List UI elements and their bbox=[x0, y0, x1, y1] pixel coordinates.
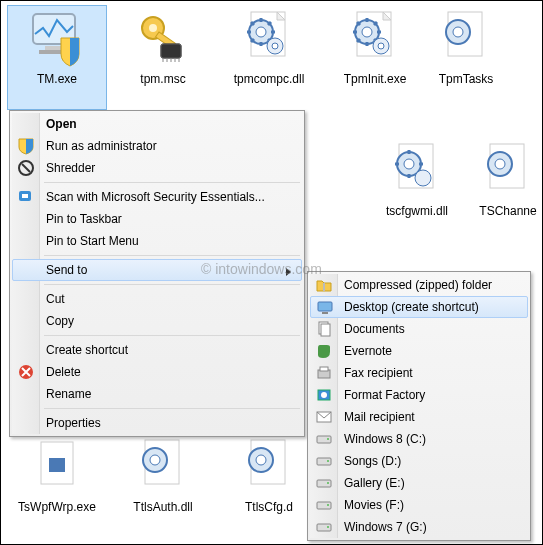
drive-icon bbox=[315, 474, 333, 492]
menu-delete[interactable]: Delete bbox=[12, 361, 302, 383]
svg-line-36 bbox=[374, 22, 377, 25]
mail-icon bbox=[315, 408, 333, 426]
menu-cut[interactable]: Cut bbox=[12, 288, 302, 310]
file-tscfgwmi-dll[interactable]: tscfgwmi.dll bbox=[367, 137, 467, 242]
sendto-songs-d[interactable]: Songs (D:) bbox=[310, 450, 528, 472]
sendto-evernote[interactable]: Evernote bbox=[310, 340, 528, 362]
menu-open[interactable]: Open bbox=[12, 113, 302, 135]
drive-icon bbox=[315, 518, 333, 536]
sendto-format-factory[interactable]: Format Factory bbox=[310, 384, 528, 406]
gear-file-icon bbox=[436, 8, 496, 68]
file-tpmcompc-dll[interactable]: tpmcompc.dll bbox=[219, 5, 319, 110]
file-label: TtlsCfg.d bbox=[245, 500, 293, 514]
sendto-mail[interactable]: Mail recipient bbox=[310, 406, 528, 428]
sendto-windows8-c[interactable]: Windows 8 (C:) bbox=[310, 428, 528, 450]
menu-properties[interactable]: Properties bbox=[12, 412, 302, 434]
format-factory-icon bbox=[315, 386, 333, 404]
drive-icon bbox=[315, 430, 333, 448]
svg-point-57 bbox=[150, 455, 160, 465]
file-grid: TM.exe tpm.msc tpmcompc.dll TpmInit.exe … bbox=[1, 1, 542, 116]
menu-label: Rename bbox=[46, 387, 91, 401]
menu-run-as-admin[interactable]: Run as administrator bbox=[12, 135, 302, 157]
svg-rect-1 bbox=[45, 46, 61, 50]
menu-label: Windows 7 (G:) bbox=[344, 520, 427, 534]
svg-point-82 bbox=[327, 504, 329, 506]
file-tschanne[interactable]: TSChanne bbox=[473, 137, 543, 242]
svg-line-35 bbox=[357, 39, 360, 42]
documents-icon bbox=[315, 320, 333, 338]
menu-create-shortcut[interactable]: Create shortcut bbox=[12, 339, 302, 361]
sendto-documents[interactable]: Documents bbox=[310, 318, 528, 340]
menu-label: Properties bbox=[46, 416, 101, 430]
menu-label: Format Factory bbox=[344, 388, 425, 402]
menu-label: Gallery (E:) bbox=[344, 476, 405, 490]
svg-point-25 bbox=[272, 43, 278, 49]
sendto-windows7-g[interactable]: Windows 7 (G:) bbox=[310, 516, 528, 538]
menu-label: Compressed (zipped) folder bbox=[344, 278, 492, 292]
file-label: TsWpfWrp.exe bbox=[18, 500, 96, 514]
sendto-compressed[interactable]: Compressed (zipped) folder bbox=[310, 274, 528, 296]
file-tm-exe[interactable]: TM.exe bbox=[7, 5, 107, 110]
menu-pin-taskbar[interactable]: Pin to Taskbar bbox=[12, 208, 302, 230]
svg-point-80 bbox=[327, 482, 329, 484]
menu-rename[interactable]: Rename bbox=[12, 383, 302, 405]
sendto-movies-f[interactable]: Movies (F:) bbox=[310, 494, 528, 516]
menu-label: Windows 8 (C:) bbox=[344, 432, 426, 446]
svg-point-84 bbox=[327, 526, 329, 528]
fax-icon bbox=[315, 364, 333, 382]
menu-shredder[interactable]: Shredder bbox=[12, 157, 302, 179]
menu-label: Open bbox=[46, 117, 77, 131]
file-ttlsauth[interactable]: TtlsAuth.dll bbox=[113, 433, 213, 538]
svg-rect-77 bbox=[317, 458, 331, 465]
file-tpmtasks[interactable]: TpmTasks bbox=[431, 5, 501, 110]
svg-rect-65 bbox=[323, 283, 325, 291]
file-tswpfwrp[interactable]: TsWpfWrp.exe bbox=[7, 433, 107, 538]
menu-send-to[interactable]: Send to bbox=[12, 259, 302, 281]
menu-label: Evernote bbox=[344, 344, 392, 358]
svg-rect-69 bbox=[321, 324, 330, 336]
delete-icon bbox=[17, 363, 35, 381]
key-chip-icon bbox=[133, 8, 193, 68]
file-label: TpmInit.exe bbox=[344, 72, 407, 86]
drive-icon bbox=[315, 452, 333, 470]
svg-point-76 bbox=[327, 438, 329, 440]
file-label: tpmcompc.dll bbox=[234, 72, 305, 86]
file-tpm-msc[interactable]: tpm.msc bbox=[113, 5, 213, 110]
menu-label: Scan with Microsoft Security Essentials.… bbox=[46, 190, 265, 204]
svg-rect-79 bbox=[317, 480, 331, 487]
svg-rect-75 bbox=[317, 436, 331, 443]
file-label: TpmTasks bbox=[439, 72, 494, 86]
file-ttlscfg[interactable]: TtlsCfg.d bbox=[219, 433, 319, 538]
zip-folder-icon bbox=[315, 276, 333, 294]
menu-label: Songs (D:) bbox=[344, 454, 401, 468]
menu-label: Send to bbox=[46, 263, 87, 277]
svg-rect-6 bbox=[161, 44, 181, 58]
svg-point-49 bbox=[415, 170, 431, 186]
menu-copy[interactable]: Copy bbox=[12, 310, 302, 332]
menu-label: Documents bbox=[344, 322, 405, 336]
sendto-desktop-shortcut[interactable]: Desktop (create shortcut) bbox=[310, 296, 528, 318]
gear-file-icon bbox=[345, 8, 405, 68]
svg-point-4 bbox=[149, 24, 157, 32]
gear-file-icon bbox=[133, 436, 193, 496]
menu-label: Copy bbox=[46, 314, 74, 328]
menu-label: Create shortcut bbox=[46, 343, 128, 357]
file-label: TtlsAuth.dll bbox=[133, 500, 192, 514]
svg-point-15 bbox=[256, 27, 266, 37]
shield-icon bbox=[17, 137, 35, 155]
file-tpminit-exe[interactable]: TpmInit.exe bbox=[325, 5, 425, 110]
svg-line-23 bbox=[268, 22, 271, 25]
menu-pin-start[interactable]: Pin to Start Menu bbox=[12, 230, 302, 252]
svg-point-78 bbox=[327, 460, 329, 462]
menu-label: Pin to Taskbar bbox=[46, 212, 122, 226]
svg-rect-71 bbox=[320, 367, 328, 371]
svg-point-28 bbox=[362, 27, 372, 37]
menu-scan-mse[interactable]: Scan with Microsoft Security Essentials.… bbox=[12, 186, 302, 208]
svg-rect-66 bbox=[318, 302, 332, 311]
evernote-icon bbox=[315, 342, 333, 360]
context-menu: Open Run as administrator Shredder Scan … bbox=[9, 110, 305, 437]
menu-label: Fax recipient bbox=[344, 366, 413, 380]
sendto-gallery-e[interactable]: Gallery (E:) bbox=[310, 472, 528, 494]
sendto-fax[interactable]: Fax recipient bbox=[310, 362, 528, 384]
svg-rect-83 bbox=[317, 524, 331, 531]
